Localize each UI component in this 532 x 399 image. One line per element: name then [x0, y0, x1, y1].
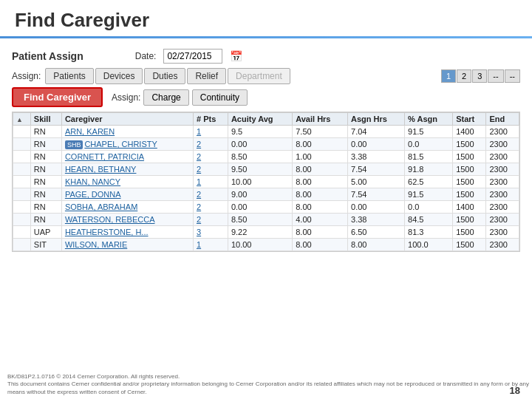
cell-pts[interactable]: 1: [193, 126, 228, 138]
cell-caregiver[interactable]: SOBHA, ABRAHAM: [61, 201, 193, 214]
cell-avail: 8.00: [293, 239, 348, 251]
cell-acuity: 9.5: [228, 126, 292, 138]
cell-skill: RN: [30, 126, 61, 138]
pts-link[interactable]: 2: [197, 202, 201, 211]
num-tab-dash2[interactable]: --: [505, 69, 520, 83]
pts-link[interactable]: 3: [197, 228, 201, 236]
pts-link[interactable]: 2: [197, 215, 201, 224]
pts-link[interactable]: 2: [197, 190, 201, 199]
table-row: UAPHEATHERSTONE, H...39.228.006.5081.315…: [13, 226, 519, 239]
col-end: End: [486, 113, 519, 126]
col-skill: Skill: [30, 113, 61, 126]
caregiver-name-link[interactable]: WATERSON, REBECCA: [65, 215, 155, 224]
cell-pts[interactable]: 2: [193, 201, 228, 214]
cell-pts[interactable]: 2: [193, 214, 228, 226]
caregiver-name-link[interactable]: HEARN, BETHANY: [65, 165, 137, 174]
cell-acuity: 0.00: [228, 138, 292, 151]
cell-pct: 81.3: [405, 226, 453, 239]
row-sort-cell: [13, 226, 31, 239]
cell-asgn: 3.38: [348, 214, 405, 226]
tab-relief[interactable]: Relief: [187, 68, 226, 84]
tab-patients[interactable]: Patients: [45, 68, 93, 84]
date-label: Date:: [135, 51, 157, 61]
cell-skill: SIT: [30, 239, 61, 251]
num-tab-3[interactable]: 3: [472, 69, 487, 83]
caregiver-table: ▲ Skill Caregiver # Pts Acuity Avg Avail…: [13, 112, 519, 251]
cell-pct: 100.0: [405, 239, 453, 251]
table-row: RNPAGE, DONNA29.008.007.5491.515002300: [13, 188, 519, 201]
caregiver-name-link[interactable]: CHAPEL, CHRISTY: [84, 140, 157, 149]
continuity-button[interactable]: Continuity: [192, 89, 248, 106]
pts-link[interactable]: 2: [197, 152, 201, 161]
cell-start: 1400: [453, 126, 486, 138]
row-sort-cell: [13, 239, 31, 251]
caregiver-name-link[interactable]: ARN, KAREN: [65, 127, 115, 136]
cell-asgn: 0.00: [348, 201, 405, 214]
cell-pct: 0.0: [405, 201, 453, 214]
row-sort-cell: [13, 188, 31, 201]
cell-caregiver[interactable]: KHAN, NANCY: [61, 176, 193, 188]
col-start: Start: [453, 113, 486, 126]
cell-avail: 7.50: [293, 126, 348, 138]
cell-caregiver[interactable]: SHBCHAPEL, CHRISTY: [61, 138, 193, 151]
cell-pts[interactable]: 1: [193, 239, 228, 251]
cell-pts[interactable]: 2: [193, 163, 228, 176]
caregiver-name-link[interactable]: SOBHA, ABRAHAM: [65, 202, 137, 211]
cell-start: 1500: [453, 163, 486, 176]
cell-caregiver[interactable]: WATERSON, REBECCA: [61, 214, 193, 226]
cell-end: 2300: [486, 126, 519, 138]
cell-acuity: 10.00: [228, 239, 292, 251]
cell-acuity: 0.00: [228, 201, 292, 214]
cell-caregiver[interactable]: HEATHERSTONE, H...: [61, 226, 193, 239]
cell-caregiver[interactable]: PAGE, DONNA: [61, 188, 193, 201]
cell-avail: 4.00: [293, 214, 348, 226]
cell-asgn: 7.54: [348, 188, 405, 201]
cell-skill: RN: [30, 138, 61, 151]
table-row: RNKHAN, NANCY110.008.005.0062.515002300: [13, 176, 519, 188]
calendar-icon[interactable]: 📅: [230, 50, 242, 62]
caregiver-name-link[interactable]: WILSON, MARIE: [65, 240, 127, 249]
cell-asgn: 8.00: [348, 239, 405, 251]
num-tab-dash1[interactable]: --: [488, 69, 503, 83]
cell-caregiver[interactable]: ARN, KAREN: [61, 126, 193, 138]
pts-link[interactable]: 2: [197, 140, 201, 149]
tab-devices[interactable]: Devices: [95, 68, 143, 84]
date-input[interactable]: [163, 49, 222, 64]
pts-link[interactable]: 1: [197, 177, 201, 186]
num-tab-2[interactable]: 2: [457, 69, 471, 83]
cell-start: 1500: [453, 239, 486, 251]
cell-pct: 84.5: [405, 214, 453, 226]
cell-pts[interactable]: 2: [193, 151, 228, 163]
cell-end: 2300: [486, 201, 519, 214]
cell-end: 2300: [486, 188, 519, 201]
col-sort-arrow[interactable]: ▲: [13, 113, 31, 126]
cell-caregiver[interactable]: HEARN, BETHANY: [61, 163, 193, 176]
pts-link[interactable]: 1: [197, 127, 201, 136]
tab-duties[interactable]: Duties: [144, 68, 185, 84]
caregiver-name-link[interactable]: KHAN, NANCY: [65, 177, 120, 186]
tab-department[interactable]: Department: [228, 68, 290, 84]
cell-pct: 81.5: [405, 151, 453, 163]
charge-button[interactable]: Charge: [143, 89, 188, 106]
cell-acuity: 9.50: [228, 163, 292, 176]
cell-asgn: 7.54: [348, 163, 405, 176]
cell-acuity: 10.00: [228, 176, 292, 188]
page-number: 18: [510, 385, 520, 396]
cell-caregiver[interactable]: CORNETT, PATRICIA: [61, 151, 193, 163]
cell-pts[interactable]: 3: [193, 226, 228, 239]
table-row: RNCORNETT, PATRICIA28.501.003.3881.51500…: [13, 151, 519, 163]
caregiver-name-link[interactable]: CORNETT, PATRICIA: [65, 152, 144, 161]
cell-start: 1500: [453, 226, 486, 239]
caregiver-name-link[interactable]: PAGE, DONNA: [65, 190, 121, 199]
pts-link[interactable]: 1: [197, 240, 201, 249]
caregiver-name-link[interactable]: HEATHERSTONE, H...: [65, 228, 149, 236]
pts-link[interactable]: 2: [197, 165, 201, 174]
cell-pts[interactable]: 2: [193, 138, 228, 151]
num-tab-1[interactable]: 1: [441, 69, 456, 83]
cell-caregiver[interactable]: WILSON, MARIE: [61, 239, 193, 251]
cell-pct: 62.5: [405, 176, 453, 188]
cell-pts[interactable]: 1: [193, 176, 228, 188]
cell-pts[interactable]: 2: [193, 188, 228, 201]
find-caregiver-button[interactable]: Find Caregiver: [12, 87, 103, 107]
cell-end: 2300: [486, 226, 519, 239]
